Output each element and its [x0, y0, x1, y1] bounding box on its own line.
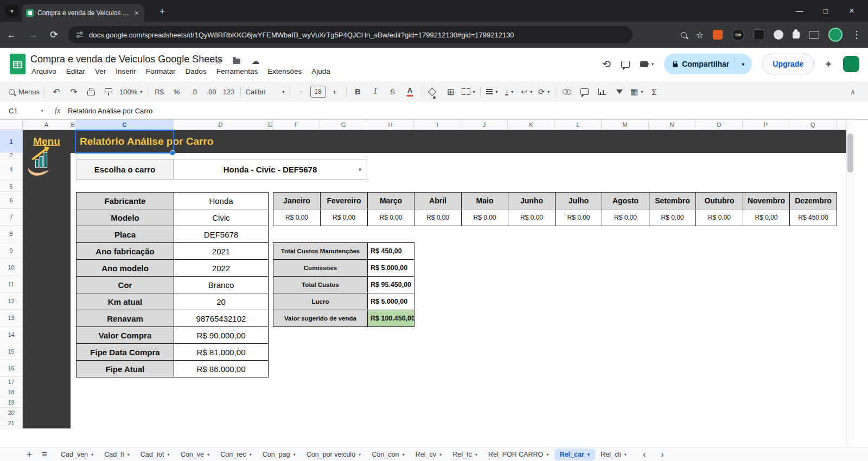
sheet-tab-cad_fot[interactable]: Cad_fot▾: [135, 447, 175, 461]
back-button[interactable]: ←: [7, 29, 16, 41]
address-bar[interactable]: docs.google.com/spreadsheets/d/1QyW8RRbK…: [68, 26, 633, 43]
column-header-P[interactable]: P: [743, 120, 789, 130]
spreadsheet-grid[interactable]: ABCDEFGHIJKLMNOPQ 1245678910111213141516…: [0, 120, 868, 447]
tab-caret-icon[interactable]: ▾: [475, 452, 477, 457]
info-value-3[interactable]: 2021: [174, 243, 269, 260]
sheet-tab-rel_cli[interactable]: Rel_cli▾: [595, 447, 632, 461]
month-value-10[interactable]: R$ 0,00: [743, 209, 790, 226]
text-rotation-button[interactable]: ⟳ ▾: [535, 85, 553, 99]
row-header-4[interactable]: 4: [0, 157, 23, 181]
namebox-caret-icon[interactable]: ▾: [41, 108, 43, 113]
month-header-10[interactable]: Novembro: [743, 193, 790, 209]
info-label-9[interactable]: Fipe Data Compra: [76, 344, 174, 361]
redo-button[interactable]: ↷: [65, 85, 82, 99]
row-header-5[interactable]: 5: [0, 181, 23, 192]
sheet-tab-rel_car[interactable]: Rel_car▾: [554, 449, 595, 460]
browser-menu-icon[interactable]: ⋮: [852, 29, 861, 41]
car-dropdown[interactable]: Honda - Civic - DEF5678 ▾: [173, 159, 367, 180]
sheet-tab-rel_cv[interactable]: Rel_cv▾: [410, 447, 448, 461]
sheet-tab-rel_fc[interactable]: Rel_fc▾: [447, 447, 483, 461]
summary-label-1[interactable]: Comissões: [273, 260, 368, 277]
summary-label-3[interactable]: Lucro: [273, 293, 368, 310]
summary-value-2[interactable]: R$ 95.450,00: [368, 277, 414, 293]
menu-arquivo[interactable]: Arquivo: [27, 66, 61, 77]
forward-button[interactable]: →: [28, 29, 38, 41]
month-value-8[interactable]: R$ 0,00: [649, 209, 696, 226]
column-header-J[interactable]: J: [461, 120, 508, 130]
column-header-C[interactable]: C: [76, 120, 174, 130]
select-all-corner[interactable]: [0, 120, 23, 130]
search-icon[interactable]: [681, 32, 687, 38]
month-value-7[interactable]: R$ 0,00: [602, 209, 649, 226]
italic-button[interactable]: I: [367, 85, 384, 99]
summary-label-4[interactable]: Valor sugerido de venda: [273, 310, 368, 327]
print-button[interactable]: [82, 85, 100, 99]
comment-history-icon[interactable]: [621, 61, 630, 68]
menu-ver[interactable]: Ver: [91, 66, 110, 77]
row-header-18[interactable]: 18: [0, 387, 23, 398]
paint-format-button[interactable]: [100, 85, 117, 99]
month-value-1[interactable]: R$ 0,00: [321, 209, 368, 226]
move-folder-icon[interactable]: [233, 59, 240, 64]
insert-comment-button[interactable]: [576, 85, 593, 99]
fill-color-button[interactable]: [425, 85, 442, 99]
row-header-12[interactable]: 12: [0, 293, 23, 310]
tab-caret-icon[interactable]: ▾: [168, 452, 170, 457]
text-color-button[interactable]: A: [401, 85, 419, 99]
column-header-M[interactable]: M: [602, 120, 649, 130]
extension-icon-1[interactable]: [713, 30, 723, 40]
sheet-tab-con_rec[interactable]: Con_rec▾: [215, 447, 257, 461]
merge-cells-button[interactable]: ▾: [459, 85, 477, 99]
strikethrough-button[interactable]: S: [384, 85, 401, 99]
sheet-tab-con_ve[interactable]: Con_ve▾: [175, 447, 215, 461]
collapse-toolbar-button[interactable]: ∧: [844, 85, 861, 99]
horizontal-align-button[interactable]: ▾: [483, 85, 501, 99]
info-label-8[interactable]: Valor Compra: [76, 327, 174, 344]
info-label-10[interactable]: Fipe Atual: [76, 361, 174, 377]
info-value-7[interactable]: 98765432102: [174, 310, 269, 327]
window-maximize-button[interactable]: □: [813, 0, 839, 22]
info-label-7[interactable]: Renavam: [76, 310, 174, 327]
tab-caret-icon[interactable]: ▾: [249, 452, 251, 457]
month-value-9[interactable]: R$ 0,00: [696, 209, 743, 226]
decrease-font-size-button[interactable]: −: [293, 85, 310, 99]
row-header-16[interactable]: 16: [0, 360, 23, 377]
add-sheet-button[interactable]: +: [22, 447, 37, 461]
choose-car-label-cell[interactable]: Escolha o carro: [76, 159, 174, 180]
meet-caret-icon[interactable]: ▾: [652, 61, 654, 67]
row-header-2[interactable]: 2: [0, 153, 23, 157]
tab-caret-icon[interactable]: ▾: [546, 452, 548, 457]
tab-caret-icon[interactable]: ▾: [624, 452, 627, 457]
summary-label-2[interactable]: Total Custos: [273, 277, 368, 293]
tab-caret-icon[interactable]: ▾: [293, 452, 295, 457]
browser-tab[interactable]: Compra e venda de Veiculos Go ×: [22, 4, 144, 22]
month-header-6[interactable]: Julho: [556, 193, 602, 209]
summary-value-3[interactable]: R$ 5.000,00: [368, 293, 414, 310]
window-close-button[interactable]: ×: [839, 0, 865, 22]
column-header-L[interactable]: L: [555, 120, 602, 130]
month-header-0[interactable]: Janeiro: [273, 193, 321, 209]
account-avatar[interactable]: [843, 56, 859, 72]
summary-label-0[interactable]: Total Custos Manutenções: [273, 243, 368, 260]
increase-font-size-button[interactable]: +: [326, 85, 343, 99]
month-value-4[interactable]: R$ 0,00: [462, 209, 508, 226]
menu-editar[interactable]: Editar: [62, 66, 90, 77]
info-label-4[interactable]: Ano modelo: [76, 260, 174, 277]
month-header-4[interactable]: Maio: [462, 193, 508, 209]
window-minimize-button[interactable]: —: [787, 0, 813, 22]
fill-handle[interactable]: [170, 150, 175, 156]
info-value-8[interactable]: R$ 90.000,00: [174, 327, 269, 344]
tab-close-icon[interactable]: ×: [133, 9, 140, 17]
gemini-sparkle-icon[interactable]: ✦: [824, 58, 833, 71]
extensions-puzzle-icon[interactable]: [793, 31, 800, 39]
month-value-11[interactable]: R$ 450,00: [790, 209, 837, 226]
menus-search-button[interactable]: Menus: [7, 85, 42, 99]
sheet-tab-cad_ven[interactable]: Cad_ven▾: [55, 447, 99, 461]
sheet-tab-cad_fi[interactable]: Cad_fi▾: [99, 447, 135, 461]
menu-inserir[interactable]: Inserir: [111, 66, 141, 77]
extension-icon-3[interactable]: [774, 30, 783, 40]
tab-caret-icon[interactable]: ▾: [127, 452, 129, 457]
report-title-cell[interactable]: Relatório Análise por Carro: [80, 130, 213, 153]
cast-monitor-icon[interactable]: [809, 31, 819, 39]
share-button[interactable]: Compartilhar ▾: [664, 54, 752, 74]
